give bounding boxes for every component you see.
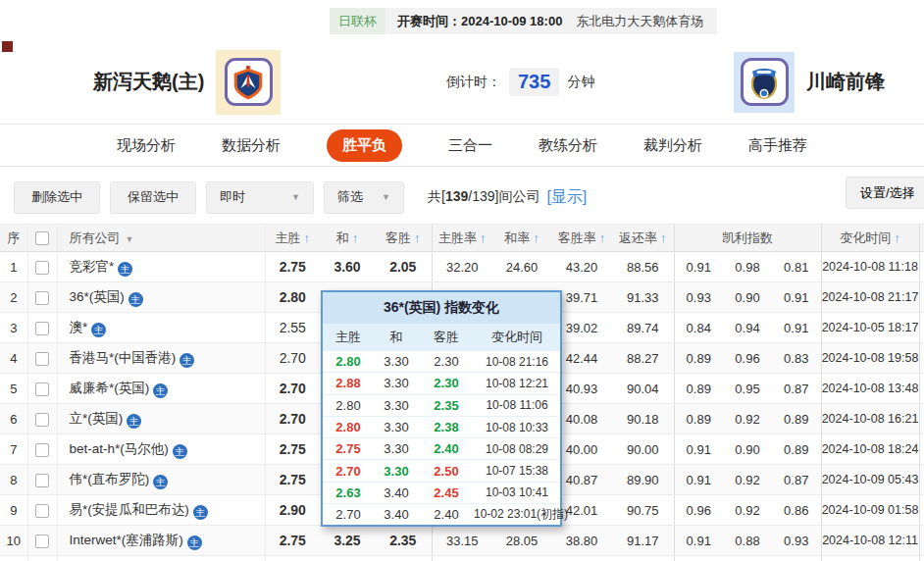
col-header-away-rate[interactable]: 客胜率↑ [551, 225, 612, 252]
kelly-home: 0.91 [674, 465, 723, 495]
col-header-change-time[interactable]: 变化时间↑ [821, 225, 919, 252]
settings-select-button[interactable]: 设置/选择 [846, 177, 924, 209]
row-spacer [919, 252, 924, 282]
company-cell: 竞彩官*主 [57, 252, 265, 282]
col-header-away-win[interactable]: 客胜↑ [375, 225, 432, 252]
home-team: 新泻天鹅(主) [93, 39, 281, 125]
tab-data-analysis[interactable]: 数据分析 [222, 136, 281, 155]
company-name-link[interactable]: 澳* [70, 320, 88, 334]
popup-away-odds: 2.40 [419, 507, 474, 522]
company-name-link[interactable]: 伟*(直布罗陀) [70, 472, 150, 486]
col-header-checkbox [27, 225, 57, 252]
row-spacer [919, 526, 924, 556]
kelly-away: 0.93 [772, 526, 821, 556]
kelly-away: 0.83 [772, 343, 821, 374]
countdown: 倒计时： 735 分钟 [446, 39, 594, 125]
row-checkbox[interactable] [35, 535, 49, 548]
company-home-badge-icon[interactable]: 主 [127, 414, 141, 429]
kickoff-label: 开赛时间： [397, 14, 461, 28]
company-name-link[interactable]: 威廉希*(英国) [70, 381, 150, 395]
filter-dropdown[interactable]: 筛选 ▼ [324, 181, 404, 214]
row-checkbox[interactable] [35, 261, 49, 275]
row-checkbox[interactable] [35, 291, 49, 305]
row-checkbox[interactable] [35, 382, 49, 396]
home-win-odds: 2.80 [265, 282, 320, 313]
company-name-link[interactable]: 香港马*(中国香港) [70, 350, 177, 365]
row-index: 6 [0, 404, 27, 434]
kelly-draw: 0.90 [723, 282, 772, 313]
away-win-odds: 2.05 [375, 252, 432, 282]
payout-rate: 88.56 [612, 252, 674, 282]
home-win-odds: 2.75 [265, 252, 320, 282]
company-home-badge-icon[interactable]: 主 [173, 444, 187, 459]
live-odds-dropdown-label: 即时 [220, 188, 245, 206]
tab-referee-analysis[interactable]: 裁判分析 [643, 136, 702, 155]
tab-three-in-one[interactable]: 三合一 [448, 136, 492, 155]
col-label: 客胜率 [558, 230, 596, 245]
col-header-home-rate[interactable]: 主胜率↑ [432, 225, 492, 252]
popup-odds-row: 2.63 3.40 2.45 10-03 10:41 [323, 482, 560, 503]
away-win-rate: 38.80 [551, 526, 612, 556]
row-checkbox-cell [27, 374, 57, 404]
company-home-badge-icon[interactable]: 主 [187, 536, 202, 550]
home-team-name: 新泻天鹅(主) [93, 69, 204, 95]
row-checkbox-cell [27, 404, 57, 434]
draw-odds: 3.60 [320, 252, 375, 282]
row-checkbox[interactable] [35, 413, 49, 427]
company-name-link[interactable]: 36*(英国) [70, 289, 125, 304]
row-checkbox[interactable] [35, 474, 49, 487]
col-header-draw-rate[interactable]: 和率↑ [492, 225, 551, 252]
tab-live-analysis[interactable]: 现场分析 [117, 136, 176, 155]
payout-rate: 90.00 [612, 434, 674, 465]
popup-draw-odds: 3.30 [374, 464, 419, 479]
keep-selected-button[interactable]: 保留选中 [110, 181, 196, 214]
row-spacer [919, 282, 924, 313]
company-home-badge-icon[interactable]: 主 [118, 262, 132, 277]
company-name-link[interactable]: bet-at-h*(马尔他) [70, 441, 169, 456]
tab-win-draw-lose[interactable]: 胜平负 [327, 129, 402, 162]
popup-home-odds: 2.75 [323, 441, 374, 456]
company-home-badge-icon[interactable]: 主 [153, 475, 168, 489]
odds-change-popup: 36*(英国) 指数变化 主胜 和 客胜 变化时间 2.80 3.30 2.30… [321, 290, 562, 527]
col-label: 客胜 [385, 230, 411, 245]
popup-away-odds: 2.35 [419, 398, 474, 413]
company-home-badge-icon[interactable]: 主 [91, 323, 106, 337]
tab-expert-picks[interactable]: 高手推荐 [748, 136, 807, 155]
company-name-link[interactable]: 竞彩官* [70, 259, 115, 274]
company-home-badge-icon[interactable]: 主 [128, 292, 143, 307]
kelly-away: 0.91 [772, 313, 821, 343]
company-name-link[interactable]: 易*(安提瓜和巴布达) [70, 502, 189, 517]
company-home-badge-icon[interactable]: 主 [180, 353, 194, 368]
row-checkbox[interactable] [35, 443, 49, 457]
select-all-checkbox[interactable] [35, 231, 49, 245]
company-name-link[interactable]: 立*(英国) [70, 411, 124, 426]
kelly-away: 0.89 [772, 434, 821, 465]
col-header-draw[interactable]: 和↑ [320, 225, 375, 252]
show-link[interactable]: [显示] [546, 187, 587, 208]
kelly-draw: 0.95 [723, 374, 772, 404]
popup-draw-odds: 3.30 [374, 354, 419, 369]
popup-change-time: 10-03 10:41 [474, 485, 560, 499]
popup-change-time: 10-08 12:21 [474, 377, 560, 390]
col-header-home-win[interactable]: 主胜↑ [265, 225, 320, 252]
delete-selected-button[interactable]: 删除选中 [14, 181, 100, 214]
kelly-home: 0.91 [674, 526, 723, 556]
row-checkbox[interactable] [35, 322, 49, 335]
tab-coach-analysis[interactable]: 教练分析 [539, 136, 597, 155]
sort-asc-icon: ↑ [304, 230, 311, 245]
company-cell: 伟*(直布罗陀)主 [57, 465, 265, 495]
popup-change-time: 10-08 11:06 [474, 398, 560, 412]
company-name-link[interactable]: Interwet*(塞浦路斯) [70, 533, 183, 547]
col-header-company[interactable]: 所有公司▼ [57, 225, 265, 252]
chevron-down-icon: ▼ [291, 192, 300, 202]
payout-rate: 88.27 [612, 343, 674, 374]
popup-draw-odds: 3.40 [374, 507, 419, 522]
row-checkbox[interactable] [35, 352, 49, 366]
company-home-badge-icon[interactable]: 主 [153, 383, 168, 398]
live-odds-dropdown[interactable]: 即时 ▼ [206, 181, 314, 214]
kelly-draw: 0.98 [723, 252, 772, 282]
row-checkbox[interactable] [35, 504, 49, 518]
company-home-badge-icon[interactable]: 主 [193, 505, 208, 520]
col-header-payout-rate[interactable]: 返还率↑ [612, 225, 674, 252]
sort-asc-icon: ↑ [660, 230, 667, 245]
